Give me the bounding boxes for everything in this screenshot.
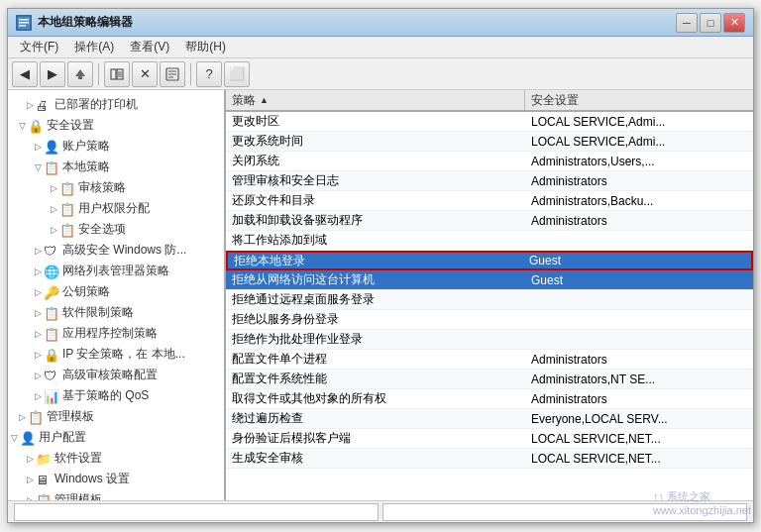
list-row[interactable]: 更改时区LOCAL SERVICE,Admi... [226,112,753,132]
list-row[interactable]: 拒绝作为批处理作业登录 [226,330,753,350]
setting-cell: Administrators [525,392,753,406]
setting-cell: LOCAL SERVICE,NET... [525,432,753,446]
properties-button[interactable] [160,61,185,87]
up-button[interactable] [67,61,93,87]
expander-icon: ▷ [32,287,44,297]
policy-cell: 更改系统时间 [226,133,525,150]
list-row[interactable]: 拒绝从网络访问这台计算机Guest [226,270,753,290]
policy-header[interactable]: 策略 ▲ [226,90,525,110]
tree-item-userconfig[interactable]: ▽ 👤 用户配置 [8,427,224,448]
policy-icon: 📋 [44,160,59,174]
menu-file[interactable]: 文件(F) [12,37,66,57]
tree-item-security-options[interactable]: ▷ 📋 安全选项 [8,219,224,240]
list-row[interactable]: 配置文件单个进程Administrators [226,350,753,370]
maximize-button[interactable]: □ [700,13,721,33]
list-row[interactable]: 将工作站添加到域 [226,231,753,251]
setting-cell: Administrators,Backu... [525,194,753,208]
userconf-icon: 👤 [20,431,36,445]
policy-cell: 绕过遍历检查 [226,410,525,427]
sort-icon: ▲ [260,95,269,105]
expander-icon: ▷ [32,371,44,380]
policy-cell: 还原文件和目录 [226,192,525,209]
advsec-icon: 🛡 [44,244,59,258]
policy-cell: 拒绝从网络访问这台计算机 [226,271,525,288]
sep1 [98,63,99,85]
minimize-button[interactable]: ─ [676,13,698,33]
list-row[interactable]: 加载和卸载设备驱动程序Administrators [226,211,753,231]
tree-item-software[interactable]: ▷ 📋 软件限制策略 [8,302,224,323]
list-row[interactable]: 管理审核和安全日志Administrators [226,171,753,191]
pubkey-icon: 🔑 [44,285,59,299]
list-row[interactable]: 拒绝通过远程桌面服务登录 [226,290,753,310]
policy-cell: 管理审核和安全日志 [226,172,525,189]
show-hide-button[interactable] [104,61,130,87]
app-icon: 📋 [44,327,59,341]
list-row[interactable]: 绕过遍历检查Everyone,LOCAL SERV... [226,409,753,429]
tree-item-sw-settings[interactable]: ▷ 📁 软件设置 [8,448,224,469]
admintmpl2-icon: 📋 [36,493,52,501]
tree-item-audit[interactable]: ▷ 📋 审核策略 [8,177,224,198]
expander-icon: ▷ [24,454,36,464]
list-row[interactable]: 拒绝以服务身份登录 [226,310,753,330]
tree-item-account[interactable]: ▷ 👤 账户策略 [8,136,224,157]
export-button[interactable]: ⬜ [224,61,250,87]
policy-cell: 将工作站添加到域 [226,232,525,249]
list-row[interactable]: 还原文件和目录Administrators,Backu... [226,191,753,211]
tree-item-advaudit[interactable]: ▷ 🛡 高级审核策略配置 [8,365,224,385]
tree-item-netlist[interactable]: ▷ 🌐 网络列表管理器策略 [8,261,224,281]
expander-icon: ▷ [32,329,44,339]
tree-item-apppolicy[interactable]: ▷ 📋 应用程序控制策略 [8,323,224,344]
list-row[interactable]: 配置文件系统性能Administrators,NT SE... [226,370,753,389]
expander-icon: ▷ [48,225,59,235]
list-row[interactable]: 拒绝本地登录Guest [226,251,753,270]
right-panel: 策略 ▲ 安全设置 更改时区LOCAL SERVICE,Admi...更改系统时… [226,90,753,500]
svg-rect-3 [19,25,26,27]
back-button[interactable]: ◀ [12,61,38,87]
setting-cell: LOCAL SERVICE,Admi... [525,135,753,149]
status-pane-1 [14,503,379,521]
tree-item-admin-tmpl2[interactable]: ▷ 📋 管理模板 [8,489,224,500]
menu-view[interactable]: 查看(V) [122,37,177,57]
setting-cell: Administrators,NT SE... [525,372,753,386]
tree-item-pubkey[interactable]: ▷ 🔑 公钥策略 [8,281,224,302]
expander-icon: ▷ [32,246,44,256]
title-bar: 本地组策略编辑器 ─ □ ✕ [8,9,753,37]
delete-button[interactable]: ✕ [132,61,158,87]
tree-item-security[interactable]: ▽ 🔒 安全设置 [8,115,224,136]
setting-header[interactable]: 安全设置 [525,90,753,110]
tree-item-advsec[interactable]: ▷ 🛡 高级安全 Windows 防... [8,240,224,261]
menu-action[interactable]: 操作(A) [66,37,122,57]
setting-cell: Everyone,LOCAL SERV... [525,412,753,426]
list-row[interactable]: 取得文件或其他对象的所有权Administrators [226,389,753,409]
list-row[interactable]: 身份验证后模拟客户端LOCAL SERVICE,NET... [226,429,753,449]
list-row[interactable]: 关闭系统Administrators,Users,... [226,152,753,171]
sep2 [190,63,191,85]
menu-help[interactable]: 帮助(H) [177,37,234,57]
toolbar: ◀ ▶ ✕ ? ⬜ [8,58,753,90]
tree-item-local-policy[interactable]: ▽ 📋 本地策略 [8,157,224,177]
advaudit-icon: 🛡 [44,369,59,382]
list-header: 策略 ▲ 安全设置 [226,90,753,112]
netlist-icon: 🌐 [44,265,59,278]
help-button[interactable]: ? [196,61,222,87]
list-row[interactable]: 更改系统时间LOCAL SERVICE,Admi... [226,132,753,152]
policy-cell: 关闭系统 [226,153,525,169]
close-button[interactable]: ✕ [723,13,745,33]
setting-cell: Administrators,Users,... [525,155,753,168]
list-row[interactable]: 生成安全审核LOCAL SERVICE,NET... [226,449,753,469]
secopts-icon: 📋 [59,223,75,237]
policy-cell: 生成安全审核 [226,450,525,467]
main-content: ▷ 🖨 已部署的打印机 ▽ 🔒 安全设置 ▷ 👤 账户策略 ▽ 📋 本地 [8,90,753,500]
ipsec-icon: 🔒 [44,348,59,362]
tree-item-userrights[interactable]: ▷ 📋 用户权限分配 [8,198,224,219]
tree-item-qos[interactable]: ▷ 📊 基于策略的 QoS [8,385,224,406]
forward-button[interactable]: ▶ [40,61,65,87]
tree-item-admintmpl[interactable]: ▷ 📋 管理模板 [8,406,224,427]
tree-item-win-settings[interactable]: ▷ 🖥 Windows 设置 [8,469,224,489]
tree-item-printers[interactable]: ▷ 🖨 已部署的打印机 [8,94,224,115]
status-bar [8,500,753,522]
policy-cell: 拒绝本地登录 [228,253,523,269]
tree-panel[interactable]: ▷ 🖨 已部署的打印机 ▽ 🔒 安全设置 ▷ 👤 账户策略 ▽ 📋 本地 [8,90,226,500]
svg-rect-1 [19,19,29,21]
tree-item-ipsec[interactable]: ▷ 🔒 IP 安全策略，在 本地... [8,344,224,365]
